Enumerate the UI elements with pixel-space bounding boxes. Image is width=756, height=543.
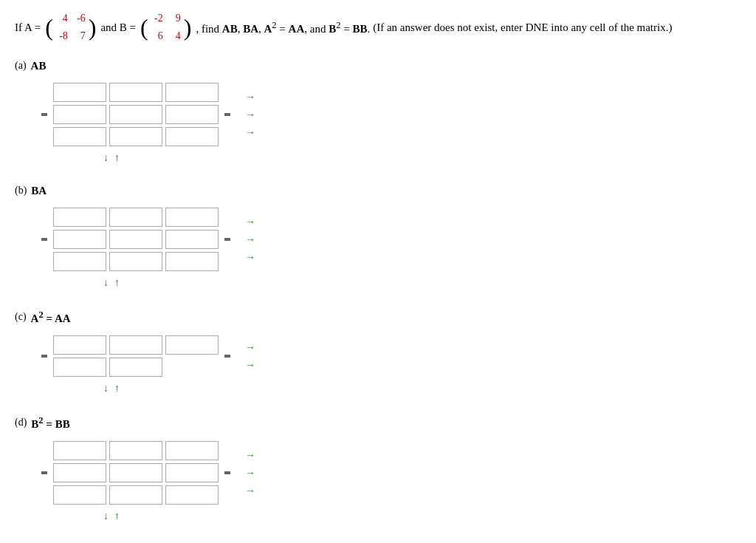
- part-a-r3c3[interactable]: [165, 127, 219, 146]
- part-a-r2c1[interactable]: [53, 105, 106, 124]
- part-b-title: BA: [31, 185, 47, 197]
- matrix-a-values: 4 -6 -8 7: [53, 9, 89, 47]
- part-d-arrow-right-3[interactable]: →: [244, 484, 257, 497]
- part-a-title: AB: [31, 60, 47, 72]
- part-c-r2c1[interactable]: [53, 358, 106, 377]
- part-c-r1c1[interactable]: [53, 335, 106, 355]
- part-d-r1c3[interactable]: [165, 441, 219, 460]
- part-a-arrow-right-3[interactable]: →: [244, 126, 257, 139]
- part-d-title: B2 = BB: [31, 415, 69, 431]
- matrix-a-r2c2: 7: [74, 28, 86, 44]
- part-b-r1c3[interactable]: [165, 208, 219, 227]
- part-a-r1c2[interactable]: [109, 83, 162, 102]
- matrix-b-display: ( -2 9 6 4 ): [140, 9, 191, 47]
- part-c-title: A2 = AA: [31, 310, 71, 325]
- matrix-a-right-bracket: ): [89, 16, 97, 39]
- part-b-r1c2[interactable]: [109, 208, 162, 227]
- matrix-b-right-bracket: ): [184, 16, 192, 39]
- part-b-r3c2[interactable]: [109, 252, 162, 271]
- matrix-b-values: -2 9 6 4: [148, 9, 184, 47]
- part-b-r1c1[interactable]: [53, 208, 106, 227]
- part-d-row1: [53, 441, 219, 460]
- part-b-label: (b) BA: [15, 185, 741, 197]
- part-d-r3c1[interactable]: [53, 485, 106, 505]
- part-c-row2: [53, 358, 219, 377]
- part-d-arrow-right-2[interactable]: →: [244, 466, 257, 479]
- part-b-col-arrows: ↓ ↑: [102, 276, 741, 289]
- part-a-arrow-right-1[interactable]: →: [244, 90, 257, 103]
- part-a-r1c3[interactable]: [165, 83, 219, 102]
- part-b-r2c1[interactable]: [53, 230, 106, 249]
- part-b-r3c3[interactable]: [165, 252, 219, 271]
- matrix-a-r1c1: 4: [56, 10, 68, 27]
- part-a-arrow-down[interactable]: ↓: [102, 151, 110, 164]
- part-d-r1c2[interactable]: [109, 441, 162, 460]
- part-c-r1c2[interactable]: [109, 335, 162, 355]
- part-b-arrow-right-3[interactable]: →: [244, 250, 257, 264]
- part-c-r2c2[interactable]: [109, 358, 162, 377]
- part-d-row3: [53, 485, 219, 505]
- header-conjunction: and B =: [100, 18, 136, 36]
- part-c-arrow-right-1[interactable]: →: [244, 341, 257, 354]
- part-d-col-arrows: ↓ ↑: [102, 509, 741, 522]
- part-d-r3c2[interactable]: [109, 485, 162, 505]
- part-a-section: (a) AB: [15, 60, 741, 164]
- part-a-r3c1[interactable]: [53, 127, 106, 146]
- part-a-r1c1[interactable]: [53, 83, 106, 102]
- part-d-r3c3[interactable]: [165, 485, 219, 505]
- part-d-r1c1[interactable]: [53, 441, 106, 460]
- part-b-section: (b) BA: [15, 185, 741, 289]
- matrix-b-left-bracket: (: [140, 16, 148, 39]
- part-d-r2c1[interactable]: [53, 463, 106, 482]
- matrix-b-r1c2: 9: [169, 10, 181, 27]
- part-b-row3: [53, 252, 219, 271]
- part-c-arrow-right-2[interactable]: →: [244, 358, 257, 372]
- part-a-row2: [53, 105, 219, 124]
- part-a-col-arrows: ↓ ↑: [102, 151, 741, 164]
- part-b-arrow-right-2[interactable]: →: [244, 233, 257, 246]
- part-a-label: (a) AB: [15, 60, 741, 72]
- part-c-input-grid: [53, 331, 219, 381]
- part-b-row-arrows: → → →: [244, 215, 257, 264]
- part-c-arrow-down[interactable]: ↓: [102, 381, 110, 395]
- part-a-r2c3[interactable]: [165, 105, 219, 124]
- part-a-r2c2[interactable]: [109, 105, 162, 124]
- part-d-label: (d) B2 = BB: [15, 415, 741, 431]
- part-b-arrow-right-1[interactable]: →: [244, 215, 257, 228]
- part-c-arrow-up[interactable]: ↑: [113, 381, 121, 395]
- part-b-letter: (b): [15, 185, 27, 197]
- part-b-r2c3[interactable]: [165, 230, 219, 249]
- part-d-arrow-up[interactable]: ↑: [113, 509, 121, 522]
- part-c-input-wrapper: → →: [37, 331, 741, 381]
- matrix-a-r2c1: -8: [56, 28, 68, 44]
- part-b-row1: [53, 208, 219, 227]
- header-suffix: , find AB, BA, A2 = AA, and B2 = BB.: [196, 18, 370, 38]
- part-d-arrow-right-1[interactable]: →: [244, 448, 257, 462]
- part-a-arrow-right-2[interactable]: →: [244, 108, 257, 121]
- part-a-arrow-up[interactable]: ↑: [113, 151, 121, 164]
- part-a-row3: [53, 127, 219, 146]
- part-d-row-arrows: → → →: [244, 448, 257, 497]
- part-d-r2c2[interactable]: [109, 463, 162, 482]
- part-c-letter: (c): [15, 311, 27, 323]
- part-c-col-arrows: ↓ ↑: [102, 381, 741, 395]
- part-d-r2c3[interactable]: [165, 463, 219, 482]
- part-a-r3c2[interactable]: [109, 127, 162, 146]
- matrix-b-r2c2: 4: [169, 28, 181, 44]
- part-c-r1c3[interactable]: [165, 335, 219, 355]
- part-c-label: (c) A2 = AA: [15, 310, 741, 325]
- part-b-arrow-down[interactable]: ↓: [102, 276, 110, 289]
- part-b-input-grid: [53, 203, 219, 276]
- part-b-arrow-up[interactable]: ↑: [113, 276, 121, 289]
- part-b-r2c2[interactable]: [109, 230, 162, 249]
- part-a-letter: (a): [15, 60, 27, 72]
- matrix-a-display: ( 4 -6 -8 7 ): [45, 9, 96, 47]
- header-prefix: If A =: [15, 18, 41, 36]
- part-d-arrow-down[interactable]: ↓: [102, 509, 110, 522]
- part-d-input-wrapper: → → →: [37, 437, 741, 509]
- part-c-row-arrows: → →: [244, 341, 257, 372]
- part-a-row1: [53, 83, 219, 102]
- part-b-r3c1[interactable]: [53, 252, 106, 271]
- matrix-a-r1c2: -6: [74, 10, 86, 27]
- part-c-section: (c) A2 = AA → →: [15, 310, 741, 395]
